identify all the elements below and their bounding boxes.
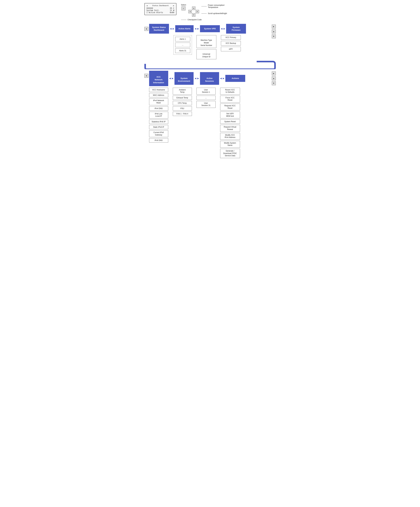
force-xcc-reset-box[interactable]: Force XCC Reset <box>220 96 240 103</box>
cpu-temp-box: CPU Temp <box>173 101 192 105</box>
generate-ffdc-box[interactable]: Generate / Download FFDC Service Data <box>220 149 240 158</box>
current-ipv6-gateway-box: Current IPv6 Gateway <box>149 130 168 137</box>
lcd-title: Status Dashboard <box>152 5 169 7</box>
system-reset-box[interactable]: System Reset <box>220 120 240 124</box>
lcd-display: ◄ Status Dashboard ► XXXXXX 25 C System … <box>144 3 177 15</box>
nav-arrow-down-bottom[interactable]: ▼ <box>272 81 276 85</box>
static-ipv6-box: Static IPv6 IP <box>149 125 168 129</box>
alert-31-box: Alerts 31 <box>175 49 190 53</box>
user-session-31-box: User Session 31 <box>197 101 216 108</box>
arrow-1: ◄► <box>169 27 175 30</box>
mac-address-box: MAC Address <box>149 93 168 97</box>
nav-arrow-up-top[interactable]: ▲ <box>272 29 276 34</box>
select-button[interactable]: ✓ <box>182 7 185 10</box>
vpd-machine-type-box: Machine Type Model Serial Number <box>197 35 216 48</box>
firmware-uefi-box: uEFI <box>221 47 241 51</box>
checkpoint-annotation: Checkpoint Code <box>188 19 202 21</box>
exhaust-temp-box: Exhaust Temp <box>173 96 192 100</box>
dpad-up[interactable]: ▲ <box>192 7 195 10</box>
system-vpd-subs: Machine Type Model Serial Number Univers… <box>197 35 216 59</box>
modify-system-name-box[interactable]: Modify System Name <box>220 141 240 148</box>
firmware-xcc-primary-box: XCC Primary <box>221 35 241 40</box>
dpad-right[interactable]: ► <box>196 10 199 13</box>
modify-xcc-ipv4-box[interactable]: Modify XCC IPv4 Address <box>220 133 240 140</box>
xcc-network-box[interactable]: XCC Network Information <box>149 71 168 86</box>
ambient-temp-box: Ambient Temp <box>173 88 192 95</box>
nav-arrow-down-top[interactable]: ▼ <box>272 34 276 38</box>
lcd-row1-label: XXXXXX <box>147 7 153 9</box>
lcd-row3-value: 0x09 <box>170 11 174 14</box>
nav-arrow-left-top[interactable]: ◄ <box>144 27 148 31</box>
main-layout: ◄ Status Dashboard ► XXXXXX 25 C System … <box>144 3 276 158</box>
psu-box: PSU <box>173 106 192 111</box>
system-env-subs: Ambient Temp Exhaust Temp CPU Temp PSU F… <box>173 88 192 116</box>
lcd-row2-value: 11 W <box>170 9 174 11</box>
lcd-row1-value: 25 C <box>170 7 174 9</box>
ipv4-dns-box: IPv4 DNS <box>149 106 168 111</box>
firmware-xcc-backup-box: XCC Backup <box>221 41 241 46</box>
system-env-box[interactable]: System Environment <box>174 72 193 85</box>
select-label: Select <box>181 4 186 6</box>
user-session-1-box: User Session 1 <box>197 88 216 95</box>
alert-ellipsis-box: ... <box>175 43 190 47</box>
nav-arrow-right-bottom[interactable]: ► <box>272 71 276 76</box>
arrow-b1: ◄► <box>168 77 175 80</box>
power-annotation: Power consumption/ Temparature <box>208 4 225 8</box>
active-alerts-box[interactable]: Active Alerts <box>175 25 193 32</box>
system-firmware-box[interactable]: System Firmware <box>226 24 246 34</box>
request-xcc-reset-box[interactable]: Request XCC Reset <box>220 104 240 110</box>
xcc-hostname-box: XCC Hostname <box>149 88 168 92</box>
lcd-right-arrow[interactable]: ► <box>173 5 174 7</box>
request-virtual-reseat-box[interactable]: Request Virtual Reseat <box>220 125 240 132</box>
nav-arrow-up-bottom[interactable]: ▲ <box>272 76 276 80</box>
nav-arrow-right-top[interactable]: ► <box>272 25 276 28</box>
active-sessions-subs: User Session 1 ... User Session 31 <box>197 88 216 108</box>
xcc-network-subs: XCC Hostname MAC Address IPv4 Network Ma… <box>149 88 168 143</box>
system-firmware-subs: XCC Primary XCC Backup uEFI <box>221 35 241 51</box>
vpd-uuid-box: Universal Unique ID <box>197 49 216 59</box>
routing-path <box>144 61 276 69</box>
dpad-down[interactable]: ▼ <box>192 13 195 17</box>
routing-svg <box>144 61 276 69</box>
revert-xcc-box[interactable]: Revert XCC to Defaults <box>220 88 240 95</box>
lcd-row3-label: 1 Active Alerts <box>147 11 163 14</box>
system-vpd-box[interactable]: System VPD <box>200 25 220 32</box>
ipv6-dns-box: IPv6 DNS <box>149 138 168 142</box>
actions-subs: Revert XCC to Defaults Force XCC Reset R… <box>220 88 240 158</box>
active-alerts-subs: Alerts 1 ... Alerts 31 <box>174 35 192 55</box>
ipv6-link-box: IPv6 Link Local IP <box>149 112 168 119</box>
arrow-b2: ◄► <box>193 77 200 80</box>
alert-1-box: Alerts 1 <box>175 37 190 41</box>
dpad-left[interactable]: ◄ <box>188 10 192 13</box>
nav-arrow-left-bottom[interactable]: ◄ <box>144 74 148 78</box>
fan-box: FAN 1 - FAN 4 <box>173 112 192 116</box>
active-sessions-box[interactable]: Active Sessions <box>200 72 219 85</box>
scroll-annotation: Scroll up/down/left/right <box>208 12 227 14</box>
system-status-box[interactable]: System Status Dashboard <box>149 24 169 34</box>
lcd-row2-label: System Init. <box>147 9 160 11</box>
stateless-ipv6-box: Stateless IPv6 IP <box>149 120 168 124</box>
arrow-3: ◄► <box>220 27 226 30</box>
actions-box[interactable]: Actions <box>225 75 245 82</box>
lcd-left-arrow[interactable]: ◄ <box>147 5 148 7</box>
session-ellipsis-box: ... <box>197 96 216 100</box>
ipv4-mask-box: IPv4 Network Mask <box>149 98 168 105</box>
arrow-b3: ◄► <box>219 77 226 80</box>
arrow-2: ◄► <box>193 27 200 30</box>
set-uefi-mem-box[interactable]: Set UEFI MEM test <box>220 112 240 118</box>
